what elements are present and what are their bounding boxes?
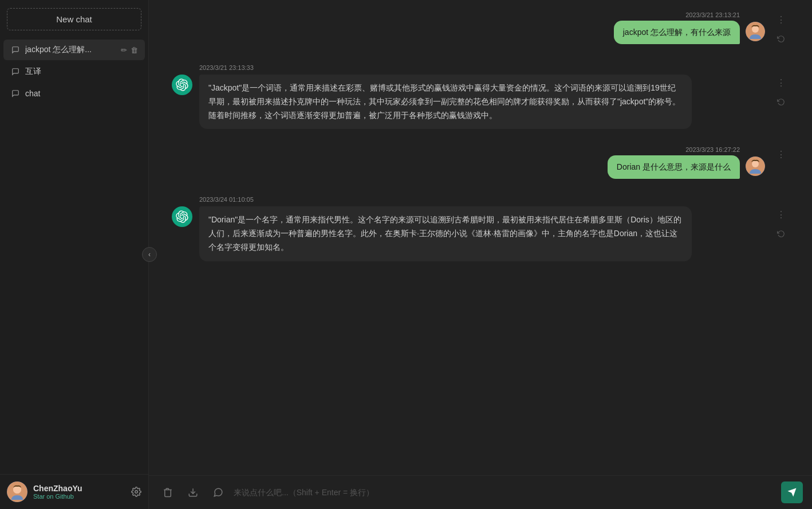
main-area: 2023/3/21 23:13:21 jackpot 怎么理解，有什么来源 ⋮ bbox=[149, 0, 812, 509]
ai-message-bubble-1: "Jackpot"是一个词语，通常用来描述在彩票、赌博或其他形式的赢钱游戏中赢得… bbox=[199, 75, 692, 129]
settings-button[interactable] bbox=[131, 487, 141, 497]
ai-message-row-1: 2023/3/21 23:13:33 "Jackpot"是一个词语，通常用来描述… bbox=[172, 64, 789, 129]
ai-message-content-1: 2023/3/21 23:13:33 "Jackpot"是一个词语，通常用来描述… bbox=[199, 64, 762, 129]
sidebar-list: jackpot 怎么理解... ✏ 🗑 互译 chat bbox=[0, 36, 148, 474]
message-group-1: 2023/3/21 23:13:21 jackpot 怎么理解，有什么来源 ⋮ bbox=[172, 11, 789, 47]
ai-more-options-1[interactable]: ⋮ bbox=[773, 75, 789, 91]
user-message-time-1: 2023/3/21 23:13:21 bbox=[685, 11, 740, 18]
message-group-4: 2023/3/24 01:10:05 "Dorian"是一个名字，通常用来指代男… bbox=[172, 196, 789, 261]
sidebar-item-label-3: chat bbox=[25, 89, 138, 98]
user-message-meta-2: 2023/3/23 16:27:22 Dorian 是什么意思，来源是什么 bbox=[608, 146, 740, 179]
user-message-bubble-1: jackpot 怎么理解，有什么来源 bbox=[614, 21, 740, 44]
user-message-bubble-2: Dorian 是什么意思，来源是什么 bbox=[608, 155, 740, 179]
sidebar-item-actions: ✏ 🗑 bbox=[121, 46, 138, 54]
ai-avatar-2 bbox=[172, 206, 192, 227]
more-options-3[interactable]: ⋮ bbox=[773, 146, 789, 162]
user-message-row-2: 2023/3/23 16:27:22 Dorian 是什么意思，来源是什么 ⋮ bbox=[172, 146, 789, 179]
user-name: ChenZhaoYu bbox=[33, 484, 125, 493]
wechat-button[interactable] bbox=[208, 483, 228, 502]
edit-icon[interactable]: ✏ bbox=[121, 46, 127, 54]
more-options-1[interactable]: ⋮ bbox=[773, 11, 789, 28]
message-right-icons-1: ⋮ bbox=[773, 11, 789, 47]
new-chat-button[interactable]: New chat bbox=[7, 8, 141, 30]
message-group-2: 2023/3/21 23:13:33 "Jackpot"是一个词语，通常用来描述… bbox=[172, 64, 789, 129]
user-info: ChenZhaoYu Star on Github bbox=[33, 484, 125, 500]
svg-point-7 bbox=[752, 160, 759, 167]
collapse-button[interactable]: ‹ bbox=[142, 247, 157, 262]
ai-avatar-1 bbox=[172, 75, 192, 95]
github-link[interactable]: Star on Github bbox=[33, 493, 74, 500]
sidebar-item-jackpot[interactable]: jackpot 怎么理解... ✏ 🗑 bbox=[3, 40, 145, 60]
sidebar-item-yiyi[interactable]: 互译 bbox=[3, 61, 145, 82]
user-message-row-1: 2023/3/21 23:13:21 jackpot 怎么理解，有什么来源 ⋮ bbox=[172, 11, 789, 47]
chat-messages: 2023/3/21 23:13:21 jackpot 怎么理解，有什么来源 ⋮ bbox=[149, 0, 812, 475]
user-message-time-2: 2023/3/23 16:27:22 bbox=[685, 146, 740, 153]
ai-message-time-2: 2023/3/24 01:10:05 bbox=[199, 196, 762, 203]
chat-icon bbox=[10, 45, 21, 55]
regenerate-1[interactable] bbox=[773, 31, 789, 47]
delete-icon[interactable]: 🗑 bbox=[131, 46, 138, 54]
user-avatar-small-2 bbox=[746, 156, 765, 176]
chat-input-area bbox=[149, 475, 812, 509]
user-sub: Star on Github bbox=[33, 493, 125, 500]
ai-message-content-2: 2023/3/24 01:10:05 "Dorian"是一个名字，通常用来指代男… bbox=[199, 196, 762, 261]
user-avatar-small-1 bbox=[746, 22, 765, 41]
ai-message-bubble-2: "Dorian"是一个名字，通常用来指代男性。这个名字的来源可以追溯到古希腊时期… bbox=[199, 206, 692, 261]
message-group-3: 2023/3/23 16:27:22 Dorian 是什么意思，来源是什么 ⋮ bbox=[172, 146, 789, 179]
ai-regenerate-1[interactable] bbox=[773, 94, 789, 110]
send-button[interactable] bbox=[781, 481, 803, 503]
sidebar-item-label-2: 互译 bbox=[25, 66, 138, 77]
ai-more-options-2[interactable]: ⋮ bbox=[773, 206, 789, 222]
delete-chat-button[interactable] bbox=[158, 483, 178, 502]
sidebar-item-chat[interactable]: chat bbox=[3, 83, 145, 104]
chat-icon-2 bbox=[10, 66, 21, 77]
svg-point-5 bbox=[752, 26, 759, 33]
sidebar-item-label: jackpot 怎么理解... bbox=[25, 45, 121, 55]
sidebar-footer: ChenZhaoYu Star on Github bbox=[0, 474, 148, 509]
svg-point-3 bbox=[135, 491, 138, 494]
chat-icon-3 bbox=[10, 88, 21, 99]
download-button[interactable] bbox=[183, 483, 203, 502]
user-message-meta-1: 2023/3/21 23:13:21 jackpot 怎么理解，有什么来源 bbox=[614, 11, 740, 44]
avatar bbox=[7, 481, 27, 502]
ai-message-row-2: 2023/3/24 01:10:05 "Dorian"是一个名字，通常用来指代男… bbox=[172, 196, 789, 261]
chat-input[interactable] bbox=[234, 483, 775, 502]
ai-message-time-1: 2023/3/21 23:13:33 bbox=[199, 64, 762, 71]
ai-regenerate-2[interactable] bbox=[773, 226, 789, 242]
sidebar: New chat jackpot 怎么理解... ✏ 🗑 互译 bbox=[0, 0, 149, 509]
